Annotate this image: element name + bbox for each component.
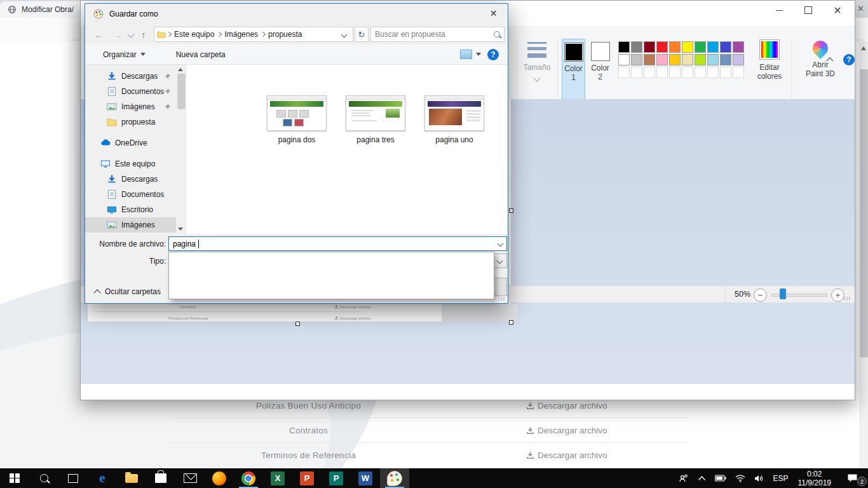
- palette-color-swatch[interactable]: [695, 54, 706, 65]
- palette-color-swatch[interactable]: [720, 41, 731, 53]
- file-item-pagina-uno[interactable]: pagina uno: [420, 95, 489, 144]
- dialog-help-icon[interactable]: ?: [487, 49, 499, 60]
- dialog-resize-grip[interactable]: [498, 297, 505, 301]
- taskbar-publisher[interactable]: P: [322, 468, 351, 488]
- filename-dropdown-icon[interactable]: [498, 241, 504, 247]
- filename-autocomplete-dropdown[interactable]: [168, 252, 494, 299]
- taskbar-firefox[interactable]: [205, 468, 234, 488]
- collapse-ribbon-icon[interactable]: [825, 55, 834, 63]
- palette-color-swatch[interactable]: [682, 54, 693, 65]
- palette-color-swatch[interactable]: [720, 54, 731, 65]
- download-link[interactable]: Descargar archivo: [526, 426, 607, 435]
- show-hidden-icons-button[interactable]: [693, 468, 710, 488]
- volume-indicator[interactable]: [750, 468, 768, 488]
- palette-color-swatch[interactable]: [644, 41, 655, 53]
- breadcrumb-item[interactable]: propuesta: [268, 30, 302, 39]
- back-icon[interactable]: ←: [94, 29, 104, 40]
- taskbar-file-explorer[interactable]: [117, 468, 146, 488]
- maximize-button[interactable]: [794, 1, 823, 20]
- taskbar-word[interactable]: W: [351, 468, 380, 488]
- start-button[interactable]: [0, 468, 29, 488]
- scroll-down-icon[interactable]: [178, 227, 183, 231]
- taskbar-powerpoint[interactable]: P: [292, 468, 322, 488]
- scroll-up-arrow-icon[interactable]: [861, 46, 866, 50]
- address-dropdown-icon[interactable]: [341, 31, 348, 37]
- palette-color-swatch[interactable]: [656, 54, 668, 65]
- palette-empty-slot[interactable]: [631, 67, 642, 78]
- palette-empty-slot[interactable]: [682, 67, 693, 78]
- edit-colors-button[interactable]: Editar colores: [752, 39, 787, 100]
- palette-color-swatch[interactable]: [682, 41, 693, 53]
- palette-color-swatch[interactable]: [656, 41, 668, 53]
- sidebar-item-propuesta[interactable]: propuesta: [85, 114, 176, 130]
- zoom-in-button[interactable]: +: [831, 288, 844, 302]
- download-link[interactable]: Descargar archivo: [526, 451, 607, 460]
- browser-tab[interactable]: Modificar Obra/: [0, 1, 84, 18]
- up-icon[interactable]: ↑: [141, 29, 146, 40]
- palette-empty-slot[interactable]: [733, 67, 744, 78]
- help-icon[interactable]: ?: [843, 54, 855, 65]
- scroll-up-icon[interactable]: [178, 68, 183, 71]
- zoom-out-button[interactable]: −: [754, 288, 767, 302]
- palette-empty-slot[interactable]: [720, 67, 731, 78]
- open-paint3d-button[interactable]: Abrir Paint 3D: [794, 39, 847, 100]
- people-button[interactable]: [674, 468, 693, 488]
- palette-empty-slot[interactable]: [618, 67, 630, 78]
- sidebar-item-onedrive[interactable]: OneDrive: [85, 135, 176, 151]
- color1-button[interactable]: Color 1: [562, 39, 585, 100]
- network-indicator[interactable]: [731, 468, 750, 488]
- taskbar-store[interactable]: [146, 468, 175, 488]
- canvas-resize-handle-right[interactable]: [509, 208, 513, 213]
- palette-color-swatch[interactable]: [644, 54, 655, 65]
- minimize-button[interactable]: [764, 1, 794, 20]
- sidebar-item-imagenes2[interactable]: Imágenes: [85, 217, 176, 233]
- breadcrumb-item[interactable]: Imágenes: [224, 30, 258, 39]
- scrollbar-thumb[interactable]: [860, 69, 868, 356]
- taskbar-search-button[interactable]: [29, 468, 58, 488]
- task-view-button[interactable]: [58, 468, 88, 488]
- taskbar-mail[interactable]: [175, 468, 205, 488]
- sidebar-item-documentos[interactable]: Documentos: [85, 84, 176, 99]
- palette-color-swatch[interactable]: [618, 41, 630, 53]
- sidebar-item-imagenes[interactable]: Imágenes: [85, 99, 176, 114]
- sidebar-item-este-equipo[interactable]: Este equipo: [85, 156, 176, 172]
- dialog-close-button[interactable]: ✕: [479, 4, 508, 23]
- sidebar-item-descargas2[interactable]: Descargas: [85, 172, 176, 187]
- filename-input[interactable]: pagina: [168, 236, 507, 251]
- address-breadcrumb-bar[interactable]: Este equipo Imágenes propuesta: [154, 27, 353, 42]
- new-folder-button[interactable]: Nueva carpeta: [176, 50, 226, 59]
- resize-grip[interactable]: [844, 297, 851, 300]
- palette-empty-slot[interactable]: [695, 67, 706, 78]
- palette-color-swatch[interactable]: [707, 41, 719, 53]
- scrollbar-thumb[interactable]: [178, 74, 185, 108]
- palette-color-swatch[interactable]: [695, 41, 706, 53]
- views-button[interactable]: [460, 50, 481, 59]
- recent-locations-icon[interactable]: [127, 30, 134, 37]
- sidebar-item-documentos2[interactable]: Documentos: [85, 187, 176, 202]
- palette-color-swatch[interactable]: [707, 54, 719, 65]
- palette-empty-slot[interactable]: [707, 67, 719, 78]
- sidebar-item-escritorio[interactable]: Escritorio: [85, 202, 176, 217]
- taskbar-chrome[interactable]: [234, 468, 263, 488]
- size-button[interactable]: Tamaño: [520, 39, 553, 97]
- browser-scrollbar[interactable]: [859, 41, 868, 468]
- organize-menu[interactable]: Organizar: [103, 50, 146, 59]
- breadcrumb-item[interactable]: Este equipo: [174, 30, 214, 39]
- zoom-slider-thumb[interactable]: [780, 288, 786, 299]
- palette-color-swatch[interactable]: [669, 41, 681, 53]
- canvas-resize-handle-corner[interactable]: [509, 320, 513, 325]
- taskbar-edge[interactable]: e: [88, 468, 117, 488]
- filetype-dropdown-icon[interactable]: [494, 255, 506, 267]
- close-button[interactable]: ✕: [823, 1, 852, 20]
- file-item-pagina-dos[interactable]: pagina dos: [262, 95, 331, 144]
- sidebar-item-descargas[interactable]: Descargas: [85, 69, 176, 84]
- action-center-button[interactable]: 2: [836, 468, 868, 488]
- file-item-pagina-tres[interactable]: pagina tres: [341, 95, 410, 144]
- sidebar-scrollbar[interactable]: [176, 65, 186, 234]
- battery-indicator[interactable]: [710, 468, 731, 488]
- taskbar-paint[interactable]: [380, 468, 409, 488]
- hide-folders-button[interactable]: Ocultar carpetas: [95, 284, 161, 299]
- palette-color-swatch[interactable]: [631, 54, 642, 65]
- language-indicator[interactable]: ESP: [768, 468, 792, 488]
- palette-empty-slot[interactable]: [644, 67, 655, 78]
